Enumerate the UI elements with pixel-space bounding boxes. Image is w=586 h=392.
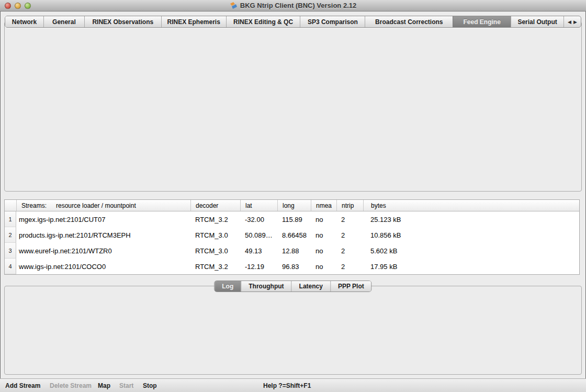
window-title-group: BKG Ntrip Client (BNC) Version 2.12 [230,2,356,9]
header-bytes[interactable]: bytes [363,200,579,211]
table-row[interactable]: 2 products.igs-ip.net:2101/RTCM3EPH RTCM… [5,227,579,243]
tab-rinex-editing-qc[interactable]: RINEX Editing & QC [226,16,300,27]
title-bar[interactable]: BKG Ntrip Client (BNC) Version 2.12 [0,0,586,12]
cell-long: 96.83 [277,259,311,274]
cell-nmea: no [311,211,336,227]
add-stream-button[interactable]: Add Stream [5,379,40,392]
cell-decoder: RTCM_3.0 [190,227,240,243]
header-resource-label: resource loader / mountpoint [56,202,136,209]
cell-resource: mgex.igs-ip.net:2101/CUT07 [16,211,190,227]
cell-ntrip: 2 [336,211,363,227]
tab-network[interactable]: Network [5,16,43,27]
corner-header-cell [5,200,16,211]
bottom-action-bar: Add Stream Delete Stream Map Start Stop … [0,378,586,392]
tab-serial-output[interactable]: Serial Output [511,16,564,27]
zoom-button[interactable] [25,3,31,9]
row-number[interactable]: 3 [5,243,16,259]
header-long[interactable]: long [277,200,311,211]
tab-general[interactable]: General [43,16,84,27]
row-number[interactable]: 1 [5,211,16,227]
bnc-app-icon [230,2,238,9]
traffic-lights [5,3,31,9]
cell-bytes: 17.95 kB [363,259,579,274]
cell-lat: -12.19 [240,259,277,274]
tab-latency[interactable]: Latency [291,281,330,292]
header-resource[interactable]: Streams: resource loader / mountpoint [16,200,190,211]
header-streams-label: Streams: [21,202,47,209]
bnc-window: BKG Ntrip Client (BNC) Version 2.12 Netw… [0,0,586,392]
cell-nmea: no [311,243,336,259]
cell-decoder: RTCM_3.0 [190,243,240,259]
streams-table-header: Streams: resource loader / mountpoint de… [5,200,579,211]
row-number[interactable]: 4 [5,259,16,274]
tab-log[interactable]: Log [215,281,241,292]
stop-button[interactable]: Stop [143,379,157,392]
header-decoder[interactable]: decoder [190,200,240,211]
feed-engine-panel [4,21,582,192]
log-tab-bar: Log Throughput Latency PPP Plot [214,281,371,292]
table-row[interactable]: 4 www.igs-ip.net:2101/COCO0 RTCM_3.2 -12… [5,259,579,274]
header-nmea[interactable]: nmea [311,200,336,211]
cell-ntrip: 2 [336,243,363,259]
header-ntrip[interactable]: ntrip [336,200,363,211]
tab-scroll-left-icon[interactable]: ◀ [568,19,571,25]
main-tab-bar: Network General RINEX Observations RINEX… [5,16,581,28]
tab-rinex-observations[interactable]: RINEX Observations [84,16,161,27]
tab-rinex-ephemeris[interactable]: RINEX Ephemeris [161,16,226,27]
start-button[interactable]: Start [119,379,133,392]
row-number[interactable]: 2 [5,227,16,243]
cell-decoder: RTCM_3.2 [190,259,240,274]
cell-bytes: 10.856 kB [363,227,579,243]
table-row[interactable]: 3 www.euref-ip.net:2101/WTZR0 RTCM_3.0 4… [5,243,579,259]
cell-resource: products.igs-ip.net:2101/RTCM3EPH [16,227,190,243]
tab-feed-engine[interactable]: Feed Engine [453,16,511,27]
header-lat[interactable]: lat [240,200,277,211]
cell-bytes: 5.602 kB [363,243,579,259]
table-row[interactable]: 1 mgex.igs-ip.net:2101/CUT07 RTCM_3.2 -3… [5,211,579,227]
cell-long: 8.66458 [277,227,311,243]
cell-resource: www.igs-ip.net:2101/COCO0 [16,259,190,274]
help-shortcut-label: Help ?=Shift+F1 [263,379,311,392]
tab-scroll-arrows: ◀ ▶ [564,16,581,27]
map-button[interactable]: Map [98,379,110,392]
window-title: BKG Ntrip Client (BNC) Version 2.12 [240,2,356,9]
minimize-button[interactable] [15,3,21,9]
streams-table: Streams: resource loader / mountpoint de… [4,199,580,275]
tab-scroll-right-icon[interactable]: ▶ [573,19,577,25]
cell-ntrip: 2 [336,259,363,274]
cell-decoder: RTCM_3.2 [190,211,240,227]
tab-ppp-plot[interactable]: PPP Plot [330,281,371,292]
cell-lat: -32.00 [240,211,277,227]
cell-resource: www.euref-ip.net:2101/WTZR0 [16,243,190,259]
cell-long: 12.88 [277,243,311,259]
tab-broadcast-corrections[interactable]: Broadcast Corrections [365,16,453,27]
cell-bytes: 25.123 kB [363,211,579,227]
cell-long: 115.89 [277,211,311,227]
cell-nmea: no [311,259,336,274]
cell-lat: 49.13 [240,243,277,259]
delete-stream-button[interactable]: Delete Stream [50,379,92,392]
tab-throughput[interactable]: Throughput [241,281,291,292]
log-panel-frame [4,286,582,375]
cell-lat: 50.089… [240,227,277,243]
cell-nmea: no [311,227,336,243]
close-button[interactable] [5,3,11,9]
tab-sp3-comparison[interactable]: SP3 Comparison [300,16,365,27]
cell-ntrip: 2 [336,227,363,243]
